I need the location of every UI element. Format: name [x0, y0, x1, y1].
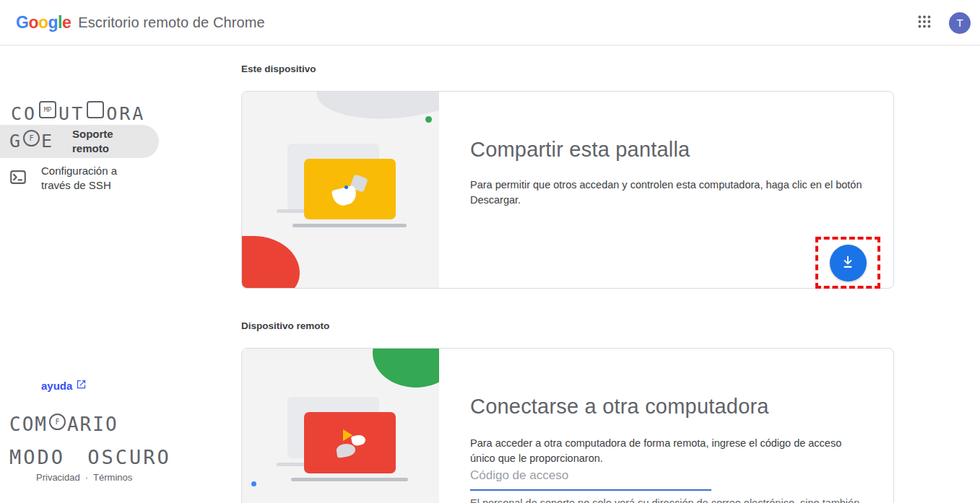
access-code-input[interactable]	[470, 464, 711, 491]
page-title: Escritorio remoto de Chrome	[78, 14, 264, 31]
logo-letter: e	[62, 13, 71, 32]
glitch-text: COM	[9, 414, 48, 435]
card-description: Para acceder a otra computadora de forma…	[470, 436, 866, 466]
chrome-remote-desktop-page: Google Escritorio remoto de Chrome T COM…	[0, 0, 980, 503]
download-button[interactable]	[830, 245, 867, 281]
sidebar-item-label: Soporte remoto	[72, 127, 124, 156]
decorative-dot	[344, 185, 348, 189]
footer-separator: ·	[85, 472, 88, 483]
connect-card: Conectarse a otra computadora Para acced…	[241, 348, 894, 503]
sidebar-item-label: Configuración a través de SSH	[41, 164, 131, 193]
decorative-dot	[251, 481, 256, 486]
terms-link[interactable]: Términos	[93, 472, 132, 483]
help-link-label: ayuda	[41, 380, 72, 392]
logo-letter: o	[28, 13, 38, 32]
decorative-blob	[336, 442, 356, 458]
laptop-front-screen	[304, 159, 396, 219]
sidebar-item-ssh[interactable]: Configuración a través de SSH	[0, 161, 159, 198]
laptop-base-line	[277, 209, 305, 213]
missing-glyph-circle-icon: F	[49, 414, 66, 430]
glitch-text: ARIO	[67, 414, 118, 435]
sidebar-item-soporte-remoto[interactable]: GFE Soporte remoto	[0, 125, 159, 158]
app-header: Google Escritorio remoto de Chrome T	[0, 0, 980, 45]
decorative-blob	[242, 236, 300, 288]
sidebar-footer: Privacidad · Términos	[36, 472, 132, 483]
decorative-wedge	[351, 434, 366, 447]
decorative-blob	[313, 92, 439, 126]
terminal-icon	[10, 170, 26, 187]
help-link[interactable]: ayuda	[41, 379, 87, 392]
sidebar-item-computadora[interactable]: COMPUTORA	[11, 101, 162, 124]
decorative-blob	[373, 349, 439, 388]
card-description: Para permitir que otros accedan y contro…	[470, 178, 866, 208]
apps-grid-button[interactable]	[910, 9, 939, 38]
section-label-this-device: Este dispositivo	[241, 64, 316, 74]
connect-illustration	[242, 349, 439, 503]
card-footnote: El personal de soporte no solo verá su d…	[470, 496, 889, 503]
avatar[interactable]: T	[949, 12, 971, 34]
glitch-text: ORA	[106, 103, 145, 124]
glitch-text: UT	[58, 103, 84, 124]
section-label-remote-device: Dispositivo remoto	[241, 320, 329, 331]
logo-letter: G	[16, 13, 28, 32]
missing-glyph-box-icon: MP	[39, 101, 56, 118]
card-title: Compartir esta pantalla	[470, 138, 690, 162]
sidebar-item-comentario[interactable]: COMFARIO	[9, 414, 173, 435]
laptop-front-screen	[304, 412, 396, 473]
privacy-link[interactable]: Privacidad	[36, 472, 80, 483]
decorative-dot	[425, 116, 432, 123]
highlight-annotation	[815, 237, 880, 289]
support-glitch-icon: GFE	[9, 130, 53, 152]
download-icon	[840, 254, 856, 272]
laptop-base-bar	[292, 224, 407, 227]
glitch-text: CO	[11, 103, 37, 124]
logo-letter: g	[48, 13, 58, 32]
missing-glyph-circle-icon: F	[23, 130, 40, 146]
share-screen-card: Compartir esta pantalla Para permitir qu…	[241, 91, 894, 289]
share-screen-illustration	[242, 92, 439, 288]
google-logo[interactable]: Google	[16, 13, 71, 32]
open-in-new-icon	[76, 379, 87, 392]
laptop-base-line	[277, 463, 305, 466]
logo-letter: o	[38, 13, 48, 32]
laptop-base-bar	[291, 478, 408, 481]
card-title: Conectarse a otra computadora	[470, 395, 769, 419]
missing-glyph-box-icon	[87, 101, 104, 118]
dark-mode-toggle[interactable]: MODO OSCURO	[9, 446, 173, 468]
sidebar: COMPUTORA GFE Soporte remoto Configuraci…	[0, 45, 173, 503]
apps-grid-icon	[918, 15, 931, 30]
